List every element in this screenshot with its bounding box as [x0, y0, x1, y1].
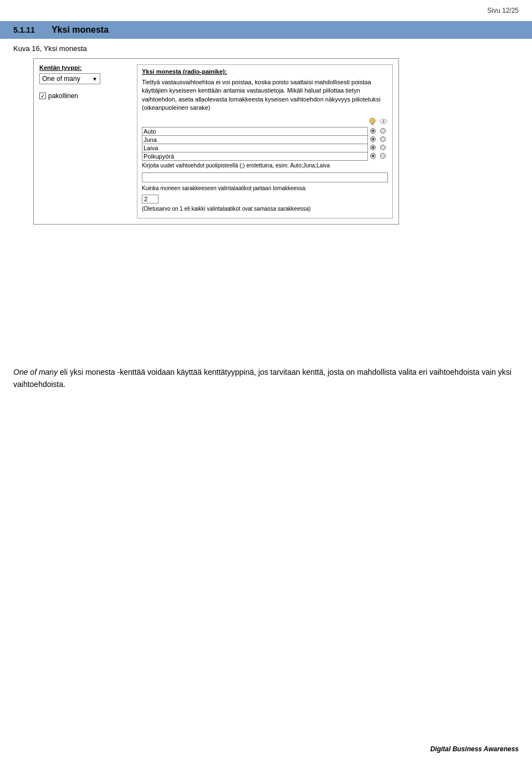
right-panel-title: Yksi monesta (radio-painike): — [142, 68, 388, 75]
description-text: Tiettyä vastausvaihtoehtoa ei voi poista… — [142, 78, 388, 113]
left-panel: Kentän tyyppi: One of many ▼ ✓ pakolline… — [39, 64, 128, 218]
option-cell-laiva: Laiva — [142, 144, 368, 152]
table-row: Laiva — [142, 144, 388, 152]
table-row: Juna — [142, 135, 388, 144]
bulb-icon — [368, 117, 377, 126]
mandatory-label: pakollinen — [48, 92, 78, 100]
add-options-input[interactable] — [142, 172, 388, 182]
mandatory-checkbox[interactable]: ✓ — [39, 93, 46, 99]
field-type-label: Kentän tyyppi: — [39, 64, 128, 71]
radio-selected-auto[interactable] — [368, 127, 378, 135]
table-row: Polkupyörä — [142, 152, 388, 160]
option-cell-polkupyora: Polkupyörä — [142, 152, 368, 160]
option-cell-auto: Auto — [142, 127, 368, 135]
option-cell-juna: Juna — [142, 135, 368, 144]
page-number: Sivu 12/25 — [487, 7, 519, 14]
radio-unselected-auto[interactable] — [378, 127, 388, 135]
radio-selected-polkupyora[interactable] — [368, 152, 378, 160]
radio-selected-laiva[interactable] — [368, 144, 378, 152]
right-panel: Yksi monesta (radio-painike): Tiettyä va… — [137, 64, 393, 218]
section-header: 5.1.11 Yksi monesta — [0, 21, 532, 39]
options-table: Auto Juna Laiva Polkupyörä — [142, 127, 388, 161]
body-text-rest: eli yksi monesta -kenttää voidaan käyttä… — [13, 368, 511, 389]
dropdown-value: One of many — [42, 75, 80, 83]
section-number: 5.1.11 — [13, 26, 35, 34]
svg-point-3 — [382, 120, 385, 123]
caption: Kuva 16, Yksi monesta — [13, 44, 87, 53]
icon-row — [142, 117, 388, 126]
radio-unselected-laiva[interactable] — [378, 144, 388, 152]
eye-icon — [379, 117, 388, 126]
field-type-dropdown[interactable]: One of many ▼ — [39, 73, 100, 84]
diagram-box: Kentän tyyppi: One of many ▼ ✓ pakolline… — [33, 58, 399, 225]
dropdown-arrow-icon: ▼ — [92, 76, 98, 82]
svg-point-0 — [370, 118, 375, 124]
svg-rect-1 — [371, 124, 374, 125]
add-options-label: Kirjoita uudet vaihtoehdot puolipisteell… — [142, 162, 388, 169]
footer: Digital Business Awareness — [430, 745, 519, 753]
radio-selected-juna[interactable] — [368, 135, 378, 144]
columns-input[interactable] — [142, 195, 158, 203]
section-title: Yksi monesta — [52, 25, 109, 35]
table-row: Auto — [142, 127, 388, 135]
radio-unselected-polkupyora[interactable] — [378, 152, 388, 160]
radio-unselected-juna[interactable] — [378, 135, 388, 144]
columns-label: Kuinka moneen sarakkeeseen valintalaatik… — [142, 185, 388, 192]
body-text: One of many eli yksi monesta -kenttää vo… — [13, 366, 519, 391]
mandatory-checkbox-row: ✓ pakollinen — [39, 92, 128, 100]
columns-note: (Oletusarvo on 1 eli kaikki valintalaati… — [142, 205, 388, 212]
body-text-italic: One of many — [13, 368, 58, 376]
